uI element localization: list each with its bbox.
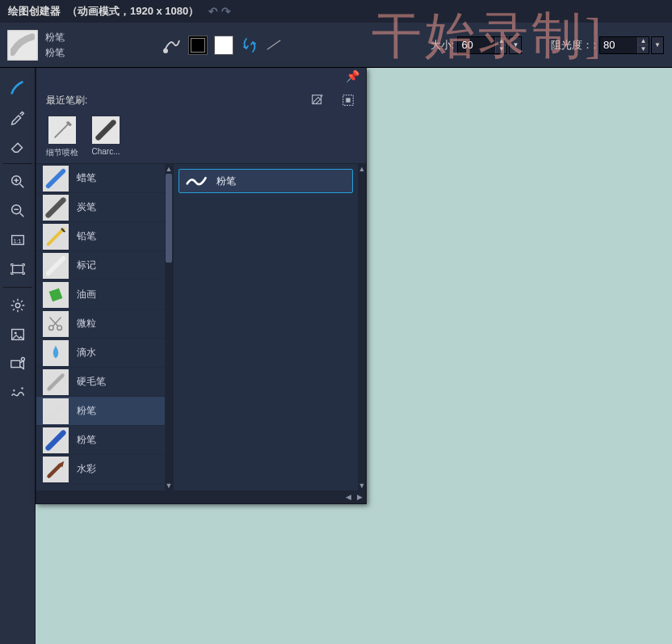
category-thumb [43,253,69,279]
opacity-menu-icon[interactable]: ▼ [651,36,664,54]
category-item[interactable]: 铅笔 [36,222,165,251]
category-thumb [43,398,69,424]
svg-rect-14 [10,360,19,367]
brush-tool-icon[interactable] [0,73,36,102]
category-label: 标记 [77,259,96,272]
brush-name-1: 粉笔 [45,31,162,44]
brush-name-2: 粉笔 [45,46,162,60]
category-label: 粉笔 [77,433,96,447]
category-label: 微粒 [77,317,96,330]
actual-size-tool-icon[interactable]: 1:1 [0,225,36,255]
svg-point-13 [14,332,16,335]
brush-options-icon[interactable] [340,92,356,108]
category-label: 铅笔 [77,229,96,243]
line-icon[interactable] [266,37,282,53]
svg-rect-10 [12,265,23,272]
svg-line-34 [49,404,63,418]
recent-label: 最近笔刷: [46,94,87,107]
app-title: 绘图创建器 [8,4,61,19]
recent-brush-name: Charc... [91,147,120,156]
pin-icon[interactable]: 📌 [346,69,359,82]
category-label: 蜡笔 [77,171,96,185]
zoom-in-tool-icon[interactable] [0,167,36,196]
stroke-swatch[interactable]: ⊘ [188,36,208,55]
recent-brush-name: 细节喷枪 [46,147,78,158]
opacity-input[interactable] [600,37,637,53]
panel-footer-scroll[interactable]: ◀ ▶ [36,490,366,503]
recent-brush-item[interactable]: Charc... [90,116,122,158]
panel-header: 📌 [36,68,366,84]
recent-section: 最近笔刷: + 细节喷枪 [36,84,366,163]
zoom-out-tool-icon[interactable] [0,196,36,225]
stroke-fill-group: ⊘ [162,36,282,55]
category-label: 油画 [77,288,96,301]
category-item[interactable]: 粉笔 [36,426,165,455]
brush-panel: 📌 最近笔刷: + 细节喷枪 [36,68,367,504]
opacity-input-box: ▲▼ [599,36,649,54]
category-thumb [43,340,69,366]
category-thumb [43,369,69,395]
svg-rect-28 [49,288,63,301]
category-item[interactable]: 蜡笔 [36,164,165,193]
category-thumb [43,282,69,308]
presets-area: 粉笔 ▲ ▼ [174,164,366,490]
camera-tool-icon[interactable] [0,349,36,378]
category-item[interactable]: 硬毛笔 [36,368,165,397]
svg-line-6 [19,213,23,217]
category-item[interactable]: 标记 [36,251,165,280]
image-tool-icon[interactable] [0,320,36,349]
undo-arrow-icon[interactable]: ↶ [208,5,218,18]
svg-line-2 [19,184,23,188]
settings-tool-icon[interactable] [0,291,36,320]
svg-text:1:1: 1:1 [13,238,21,245]
category-item[interactable]: 微粒 [36,309,165,339]
svg-point-15 [21,357,24,360]
swap-colors-icon[interactable] [240,36,259,55]
svg-line-25 [48,229,64,244]
category-thumb [43,166,69,192]
category-label: 水彩 [77,462,96,476]
svg-line-27 [48,258,64,273]
category-label: 硬毛笔 [77,375,106,389]
recent-brush-item[interactable]: 细节喷枪 [46,116,78,158]
redo-arrow-icon[interactable]: ↷ [221,5,231,18]
category-thumb [43,457,69,482]
svg-line-20 [55,123,70,138]
category-item[interactable]: 粉笔 [36,397,165,426]
svg-line-23 [48,170,64,186]
svg-line-24 [48,200,64,215]
category-item[interactable]: 滴水 [36,339,165,368]
svg-line-22 [99,123,114,138]
mode-label: （动画模式，1920 x 1080） [67,4,199,19]
category-scrollbar[interactable]: ▲ ▼ [165,164,173,490]
effects-tool-icon[interactable] [0,378,36,407]
category-label: 炭笔 [77,200,96,214]
edit-brush-icon[interactable]: + [309,92,326,108]
nav-arrows: ↶ ↷ [208,5,231,18]
category-thumb [43,195,69,221]
tool-rail: 1:1 [0,68,36,644]
fit-screen-tool-icon[interactable] [0,255,36,284]
watermark-text: 干始录制] [372,2,605,69]
eraser-tool-icon[interactable] [0,131,36,160]
fill-swatch[interactable] [214,36,233,55]
freehand-icon[interactable] [162,36,182,55]
svg-text:+: + [321,93,324,99]
svg-line-35 [48,432,64,448]
svg-point-0 [163,48,168,53]
category-item[interactable]: 水彩 [36,455,165,484]
category-thumb [43,224,69,250]
category-item[interactable]: 油画 [36,280,165,309]
category-thumb [43,311,69,337]
eyedropper-tool-icon[interactable] [0,102,36,131]
category-item[interactable]: 炭笔 [36,193,165,222]
brush-name-block: 粉笔 粉笔 [45,31,162,60]
svg-rect-19 [346,98,350,102]
preset-scrollbar[interactable]: ▲ ▼ [358,164,366,490]
svg-line-33 [49,375,63,389]
brush-preset[interactable]: 粉笔 [178,169,353,193]
opacity-stepper[interactable]: ▲▼ [637,37,649,53]
category-list: 蜡笔炭笔铅笔标记油画微粒滴水硬毛笔粉笔粉笔水彩 ▲ ▼ [36,164,174,490]
brush-preview[interactable] [7,30,38,61]
preset-name: 粉笔 [216,175,236,188]
